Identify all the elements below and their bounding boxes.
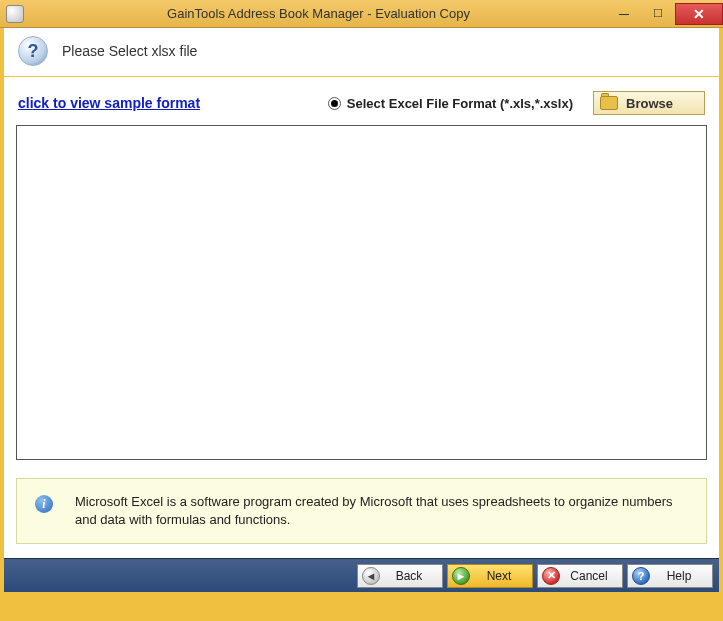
window-title: GainTools Address Book Manager - Evaluat… — [30, 6, 607, 21]
info-text: Microsoft Excel is a software program cr… — [75, 493, 688, 529]
help-icon: ? — [632, 567, 650, 585]
next-arrow-icon: ► — [452, 567, 470, 585]
minimize-button[interactable]: ─ — [607, 3, 641, 25]
back-arrow-icon: ◄ — [362, 567, 380, 585]
titlebar[interactable]: GainTools Address Book Manager - Evaluat… — [0, 0, 723, 28]
options-row: click to view sample format Select Excel… — [4, 77, 719, 125]
question-icon: ? — [18, 36, 48, 66]
close-button[interactable]: ✕ — [675, 3, 723, 25]
browse-label: Browse — [626, 96, 673, 111]
maximize-button[interactable]: ☐ — [641, 3, 675, 25]
sample-format-link[interactable]: click to view sample format — [18, 95, 200, 111]
radio-icon — [328, 97, 341, 110]
cancel-button[interactable]: ✕ Cancel — [537, 564, 623, 588]
content-panel — [16, 125, 707, 460]
info-icon: i — [35, 495, 53, 513]
cancel-icon: ✕ — [542, 567, 560, 585]
browse-button[interactable]: Browse — [593, 91, 705, 115]
step-header: ? Please Select xlsx file — [4, 28, 719, 77]
back-button[interactable]: ◄ Back — [357, 564, 443, 588]
help-label: Help — [656, 569, 702, 583]
info-bar: i Microsoft Excel is a software program … — [16, 478, 707, 544]
excel-format-label: Select Excel File Format (*.xls,*.xslx) — [347, 96, 573, 111]
nav-bar: ◄ Back ► Next ✕ Cancel ? Help — [4, 558, 719, 592]
excel-format-radio[interactable]: Select Excel File Format (*.xls,*.xslx) — [328, 96, 573, 111]
step-title: Please Select xlsx file — [62, 43, 197, 59]
back-label: Back — [386, 569, 432, 583]
next-label: Next — [476, 569, 522, 583]
folder-icon — [600, 96, 618, 110]
cancel-label: Cancel — [566, 569, 612, 583]
help-button[interactable]: ? Help — [627, 564, 713, 588]
next-button[interactable]: ► Next — [447, 564, 533, 588]
app-icon — [6, 5, 24, 23]
wizard-frame: ? Please Select xlsx file click to view … — [4, 28, 719, 592]
